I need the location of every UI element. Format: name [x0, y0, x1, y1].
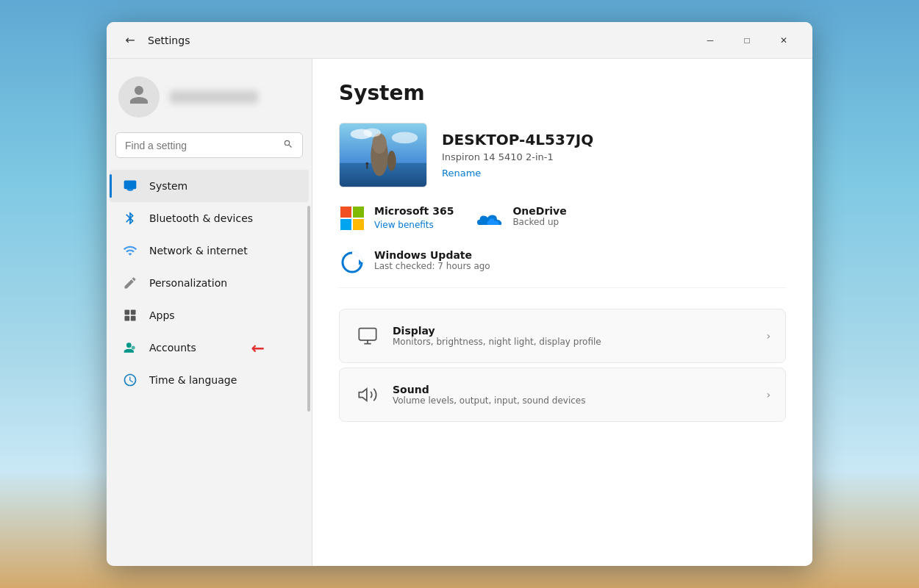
onedrive-name: OneDrive	[512, 205, 566, 217]
svg-marker-25	[359, 389, 367, 401]
sound-card[interactable]: Sound Volume levels, output, input, soun…	[339, 368, 786, 422]
search-icon	[283, 139, 293, 151]
rename-link[interactable]: Rename	[442, 168, 481, 179]
sidebar-item-time[interactable]: Time & language	[110, 364, 309, 396]
page-title: System	[339, 81, 786, 105]
onedrive-action: Backed up	[512, 217, 566, 227]
display-card[interactable]: Display Monitors, brightness, night ligh…	[339, 309, 786, 363]
apps-icon	[121, 306, 139, 324]
sidebar-item-apps[interactable]: Apps	[110, 299, 309, 331]
sidebar-item-network[interactable]: Network & internet	[110, 234, 309, 267]
window-title: Settings	[148, 35, 190, 46]
sidebar-item-system[interactable]: System	[110, 170, 309, 202]
device-name: DESKTOP-4L537JQ	[442, 131, 593, 148]
settings-window: ← Settings ─ □ ✕	[107, 22, 812, 566]
scrollbar-thumb[interactable]	[307, 206, 310, 412]
red-arrow-icon: ←	[251, 339, 265, 357]
display-title: Display	[393, 325, 754, 337]
window-controls: ─ □ ✕	[693, 29, 801, 52]
system-icon	[121, 177, 139, 195]
svg-rect-1	[127, 189, 133, 190]
sidebar-item-label-personalization: Personalization	[149, 277, 227, 289]
microsoft365-action[interactable]: View benefits	[374, 220, 434, 230]
svg-point-17	[365, 162, 368, 165]
microsoft365-name: Microsoft 365	[374, 205, 454, 217]
svg-point-7	[126, 343, 132, 348]
windows-update-text: Windows Update Last checked: 7 hours ago	[374, 249, 490, 271]
user-icon	[128, 84, 150, 111]
windows-update-status: Last checked: 7 hours ago	[374, 261, 490, 271]
content-area: System Bluetooth & devices Network & int…	[107, 59, 812, 566]
sidebar-item-accounts[interactable]: Accounts ←	[110, 331, 309, 364]
user-name-blurred	[170, 90, 258, 104]
svg-rect-19	[340, 207, 351, 218]
windows-update-icon	[339, 249, 365, 276]
svg-rect-2	[129, 190, 132, 191]
device-thumbnail-image	[340, 123, 426, 187]
svg-rect-4	[131, 310, 136, 315]
update-spinner-icon	[340, 251, 364, 274]
sidebar-item-personalization[interactable]: Personalization	[110, 267, 309, 299]
onedrive-icon	[477, 205, 504, 232]
back-button[interactable]: ←	[118, 29, 142, 52]
sidebar-item-label-time: Time & language	[149, 374, 237, 386]
onedrive-text: OneDrive Backed up	[512, 205, 566, 227]
display-card-text: Display Monitors, brightness, night ligh…	[393, 325, 754, 347]
device-section: DESKTOP-4L537JQ Inspiron 14 5410 2-in-1 …	[339, 123, 786, 187]
svg-rect-0	[124, 181, 137, 190]
sidebar-item-label-network: Network & internet	[149, 245, 248, 257]
sound-description: Volume levels, output, input, sound devi…	[393, 395, 754, 406]
sound-card-text: Sound Volume levels, output, input, soun…	[393, 384, 754, 406]
network-icon	[121, 242, 139, 259]
search-box[interactable]	[115, 132, 303, 158]
device-info: DESKTOP-4L537JQ Inspiron 14 5410 2-in-1 …	[442, 131, 593, 179]
user-profile[interactable]	[107, 71, 312, 132]
accounts-icon	[121, 339, 139, 356]
svg-rect-24	[359, 329, 376, 340]
sidebar: System Bluetooth & devices Network & int…	[107, 59, 312, 566]
display-description: Monitors, brightness, night light, displ…	[393, 337, 754, 347]
display-icon	[354, 323, 381, 349]
accounts-arrow-annotation: ←	[251, 339, 265, 357]
minimize-button[interactable]: ─	[693, 29, 727, 52]
sidebar-item-label-apps: Apps	[149, 309, 175, 321]
ms365-logo	[339, 205, 365, 232]
device-thumbnail	[339, 123, 427, 187]
svg-rect-3	[125, 310, 130, 315]
maximize-button[interactable]: □	[730, 29, 764, 52]
display-chevron-icon: ›	[766, 330, 770, 342]
sidebar-item-label-accounts: Accounts	[149, 342, 196, 354]
search-input[interactable]	[125, 140, 277, 151]
sidebar-nav: System Bluetooth & devices Network & int…	[107, 170, 312, 554]
avatar	[118, 76, 160, 118]
svg-point-15	[363, 129, 381, 137]
bluetooth-icon	[121, 209, 139, 227]
sound-title: Sound	[393, 384, 754, 395]
personalization-icon	[121, 274, 139, 292]
time-icon	[121, 371, 139, 389]
microsoft365-icon	[339, 205, 365, 232]
close-button[interactable]: ✕	[767, 29, 801, 52]
svg-rect-22	[353, 219, 364, 230]
svg-point-16	[392, 132, 418, 144]
title-bar: ← Settings ─ □ ✕	[107, 22, 812, 59]
sidebar-item-bluetooth[interactable]: Bluetooth & devices	[110, 202, 309, 234]
svg-point-8	[132, 346, 135, 350]
onedrive-service: OneDrive Backed up	[477, 205, 566, 232]
windows-update-section[interactable]: Windows Update Last checked: 7 hours ago	[339, 249, 786, 288]
windows-update-name: Windows Update	[374, 249, 490, 261]
microsoft365-service: Microsoft 365 View benefits	[339, 205, 454, 232]
sidebar-item-label-system: System	[149, 180, 187, 192]
device-model: Inspiron 14 5410 2-in-1	[442, 151, 593, 162]
main-content: System	[312, 59, 812, 566]
sidebar-item-label-bluetooth: Bluetooth & devices	[149, 212, 253, 224]
svg-point-13	[387, 151, 396, 171]
onedrive-logo	[477, 208, 504, 229]
microsoft365-text: Microsoft 365 View benefits	[374, 205, 454, 231]
svg-rect-6	[131, 316, 136, 321]
sound-icon	[354, 381, 381, 408]
svg-rect-18	[366, 165, 368, 169]
services-row: Microsoft 365 View benefits OneDrive	[339, 205, 786, 232]
svg-rect-5	[125, 316, 130, 321]
svg-rect-21	[340, 219, 351, 230]
